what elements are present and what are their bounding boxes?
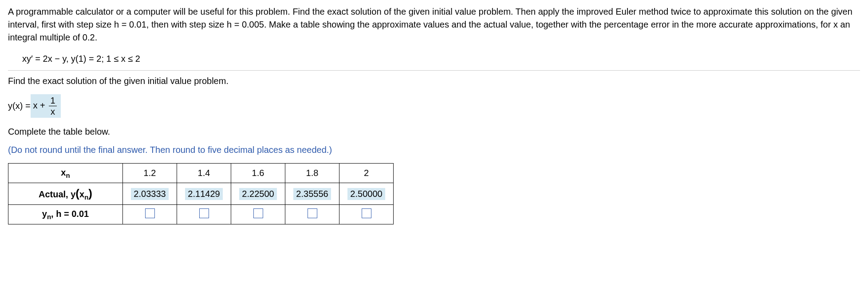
solution-lhs: y(x) =: [8, 101, 31, 111]
yn-input-cell: [177, 205, 231, 224]
actual-value: 2.50000: [347, 188, 385, 200]
answer-input[interactable]: [145, 208, 155, 218]
actual-cell: 2.03333: [123, 183, 177, 205]
actual-value: 2.03333: [131, 188, 168, 200]
table-row: xn 1.2 1.4 1.6 1.8 2: [8, 164, 394, 183]
actual-label-pre: Actual, y: [39, 189, 75, 199]
fraction-numerator: 1: [48, 96, 57, 106]
table-instruction: (Do not round until the final answer. Th…: [8, 145, 860, 155]
yn-label-sub: n: [47, 213, 51, 220]
xn-cell: 1.2: [123, 164, 177, 183]
table-row: yn, h = 0.01: [8, 205, 394, 224]
problem-statement: A programmable calculator or a computer …: [8, 5, 860, 44]
yn-label-post: , h = 0.01: [51, 209, 89, 219]
answer-input[interactable]: [308, 208, 317, 218]
answer-input[interactable]: [199, 208, 209, 218]
answer-input[interactable]: [362, 208, 371, 218]
actual-value: 2.35556: [293, 188, 331, 200]
actual-cell: 2.50000: [339, 183, 394, 205]
actual-cell: 2.35556: [285, 183, 339, 205]
results-table: xn 1.2 1.4 1.6 1.8 2 Actual, y(xn) 2.033…: [8, 163, 394, 224]
actual-value: 2.22500: [239, 188, 276, 200]
xn-cell: 1.6: [231, 164, 285, 183]
yn-input-cell: [339, 205, 394, 224]
row-header-xn: xn: [8, 164, 123, 183]
fraction-denominator: x: [49, 106, 57, 116]
answer-input[interactable]: [253, 208, 263, 218]
xn-sub: n: [66, 172, 70, 179]
xn-cell: 1.8: [285, 164, 339, 183]
xn-label: x: [61, 168, 66, 177]
problem-equation: xy′ = 2x − y, y(1) = 2; 1 ≤ x ≤ 2: [22, 54, 860, 64]
actual-value: 2.11429: [185, 188, 222, 200]
actual-cell: 2.22500: [231, 183, 285, 205]
exact-solution-prompt: Find the exact solution of the given ini…: [8, 76, 860, 86]
yn-input-cell: [123, 205, 177, 224]
actual-cell: 2.11429: [177, 183, 231, 205]
actual-label-sub: n: [84, 193, 88, 201]
table-intro: Complete the table below.: [8, 127, 860, 137]
actual-label-x: x: [79, 189, 84, 199]
solution-term1: x +: [33, 100, 45, 110]
yn-input-cell: [231, 205, 285, 224]
xn-cell: 1.4: [177, 164, 231, 183]
table-row: Actual, y(xn) 2.03333 2.11429 2.22500 2.…: [8, 183, 394, 205]
yn-label-pre: y: [42, 209, 47, 219]
row-header-yn: yn, h = 0.01: [8, 205, 123, 224]
xn-cell: 2: [339, 164, 394, 183]
divider: [8, 70, 860, 71]
row-header-actual: Actual, y(xn): [8, 183, 123, 205]
solution-highlight: x + 1 x: [31, 94, 61, 118]
yn-input-cell: [285, 205, 339, 224]
exact-solution: y(x) = x + 1 x: [8, 94, 860, 118]
solution-fraction: 1 x: [48, 96, 57, 116]
